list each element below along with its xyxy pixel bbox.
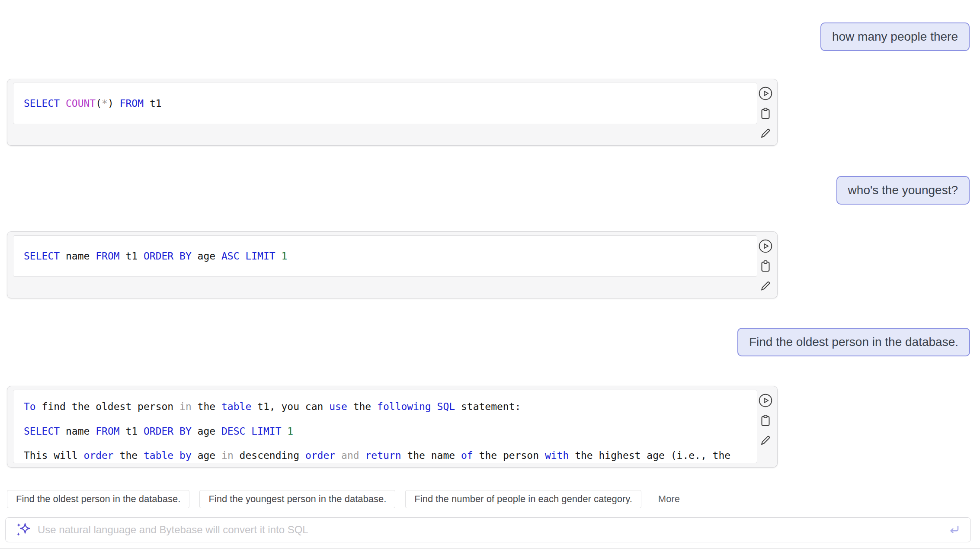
- code-line: SELECT COUNT(*) FROM t1: [24, 93, 746, 114]
- copy-button[interactable]: [758, 106, 773, 121]
- user-message-bubble: Find the oldest person in the database.: [737, 328, 970, 356]
- clipboard-icon: [758, 259, 773, 273]
- card-action-column: [758, 393, 773, 448]
- edit-button[interactable]: [758, 126, 773, 141]
- clipboard-icon: [758, 413, 773, 428]
- sql-response-card: SELECT COUNT(*) FROM t1: [7, 79, 778, 146]
- sparkles-icon: [15, 522, 31, 538]
- pencil-icon: [758, 279, 773, 293]
- run-button[interactable]: [758, 393, 773, 408]
- enter-icon[interactable]: [947, 523, 961, 537]
- ai-chat-panel: how many people thereSELECT COUNT(*) FRO…: [0, 0, 980, 551]
- run-button[interactable]: [758, 239, 773, 253]
- clipboard-icon: [758, 106, 773, 121]
- play-icon: [758, 86, 773, 101]
- pencil-icon: [758, 433, 773, 448]
- sql-code-editor[interactable]: SELECT name FROM t1 ORDER BY age ASC LIM…: [13, 235, 757, 277]
- run-button[interactable]: [758, 86, 773, 101]
- pencil-icon: [758, 126, 773, 141]
- code-line: To find the oldest person in the table t…: [24, 394, 746, 419]
- edit-button[interactable]: [758, 433, 773, 448]
- play-icon: [758, 393, 773, 408]
- sql-response-card: To find the oldest person in the table t…: [7, 386, 778, 468]
- card-action-column: [758, 239, 773, 293]
- copy-button[interactable]: [758, 259, 773, 273]
- bottom-divider: [0, 548, 980, 549]
- suggestion-chip-gender-count[interactable]: Find the number of people in each gender…: [405, 490, 641, 508]
- edit-button[interactable]: [758, 279, 773, 293]
- code-line: SELECT name FROM t1 ORDER BY age DESC LI…: [24, 419, 746, 444]
- code-line: This will order the table by age in desc…: [24, 443, 746, 463]
- sql-code-editor[interactable]: To find the oldest person in the table t…: [13, 390, 757, 463]
- nl2sql-input-bar[interactable]: [5, 517, 971, 542]
- more-button[interactable]: More: [656, 493, 682, 505]
- card-action-column: [758, 86, 773, 141]
- nl2sql-input-field[interactable]: [37, 523, 947, 536]
- sql-code-editor[interactable]: SELECT COUNT(*) FROM t1: [13, 83, 757, 124]
- play-icon: [758, 239, 773, 253]
- copy-button[interactable]: [758, 413, 773, 428]
- code-line: SELECT name FROM t1 ORDER BY age ASC LIM…: [24, 245, 746, 267]
- user-message-bubble: who's the youngest?: [836, 176, 970, 205]
- suggestion-chip-oldest[interactable]: Find the oldest person in the database.: [7, 490, 189, 508]
- suggestion-chip-youngest[interactable]: Find the youngest person in the database…: [199, 490, 395, 508]
- user-message-bubble: how many people there: [820, 22, 970, 51]
- sql-response-card: SELECT name FROM t1 ORDER BY age ASC LIM…: [7, 231, 778, 298]
- suggestion-chips-row: Find the oldest person in the database. …: [7, 490, 682, 508]
